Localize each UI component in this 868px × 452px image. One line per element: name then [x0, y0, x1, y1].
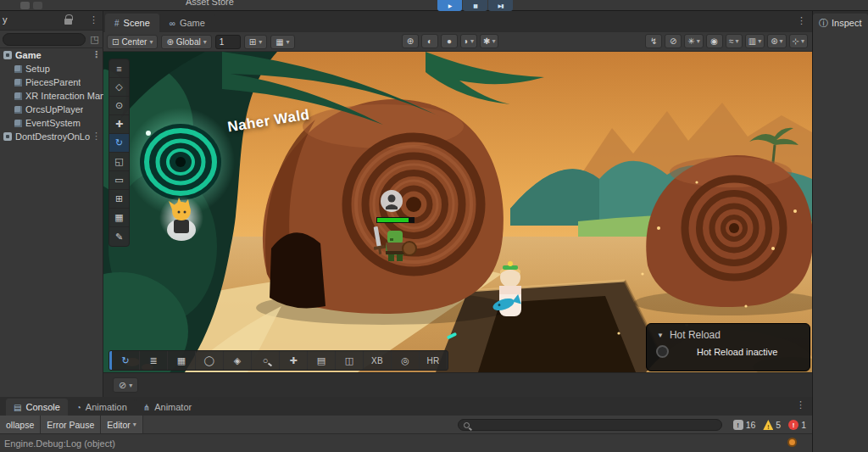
console-search-input[interactable] [473, 421, 716, 430]
move-tool-button[interactable]: ✚ [109, 115, 129, 134]
console-log-row[interactable]: Engine.Debug:Log (object) [0, 434, 812, 452]
hr-button[interactable]: HR [420, 351, 448, 370]
editor-label: Editor [107, 420, 130, 430]
tab-animator[interactable]: ⋔ Animator [136, 399, 199, 416]
debug-mode-dropdown[interactable]: ⊘ ▾ [113, 377, 138, 393]
collapse-button[interactable]: ollapse [0, 416, 41, 433]
hierarchy-tab-label[interactable]: y [3, 14, 8, 25]
hierarchy-tree: Game ⋮ Setup PiecesParent XR Interaction… [0, 48, 103, 143]
item-label: PiecesParent [25, 77, 81, 87]
hierarchy-item-eventsystem[interactable]: EventSystem [0, 116, 103, 130]
tool-handle-rotation-dropdown[interactable]: ⊕ Global ▾ [161, 35, 211, 49]
gameobject-icon [14, 92, 22, 100]
custom-tool-button[interactable]: ✎ [109, 227, 129, 246]
console-search[interactable] [458, 419, 722, 431]
hierarchy-item-orcsupplayer[interactable]: OrcsUpPlayer [0, 103, 103, 116]
error-filter-badge[interactable]: ! 1 [788, 420, 806, 430]
shaded-mode-icon[interactable]: ⊕ [402, 34, 419, 48]
toolbar-icon[interactable] [20, 2, 30, 9]
lighting-off-icon[interactable]: ↯ [645, 34, 662, 48]
hot-reload-header[interactable]: ▼ Hot Reload [647, 324, 810, 341]
play-icon: ▶ [448, 3, 452, 8]
tab-scene[interactable]: # Scene [105, 14, 159, 32]
scene-overlay-toolbar: ↻ ≣ ▦ ◯ ◈ ○ ✚ ▤ ◫ XB ◎ HR [108, 350, 448, 371]
sphere-icon[interactable]: ◯ [196, 351, 224, 370]
rotate-tool-button[interactable]: ↻ [109, 134, 129, 153]
hierarchy-panel: y ⋮ ◳ Game ⋮ Setup PiecesParent [0, 11, 103, 397]
hierarchy-item-piecesparent[interactable]: PiecesParent [0, 75, 103, 89]
tool-handle-pivot-dropdown[interactable]: ⊡ Center ▾ [107, 35, 158, 49]
transform-tool-button[interactable]: ⊞ [109, 190, 129, 209]
tab-inspector[interactable]: ⓘ Inspect [813, 14, 868, 32]
warning-icon: ! [763, 420, 773, 430]
glyph: ◫ [345, 355, 353, 366]
play-button[interactable]: ▶ [437, 0, 462, 11]
search-icon [464, 422, 470, 428]
tab-game[interactable]: ∞ Game [160, 14, 214, 32]
scene-view-panel: # Scene ∞ Game ⋮ ⊡ Center ▾ ⊕ Global ▾ ⊞ [103, 11, 812, 397]
hierarchy-scene-row-dontdestroyonload[interactable]: DontDestroyOnLo ⋮ [0, 130, 103, 143]
lock-icon[interactable] [64, 19, 72, 25]
audio-toggle-icon[interactable]: ● [441, 34, 458, 48]
view-tool-button[interactable]: ◇ [109, 78, 129, 97]
error-pause-button[interactable]: Error Pause [41, 416, 101, 433]
step-button[interactable]: ▶▮ [488, 0, 513, 11]
scene-visibility-eye-icon[interactable]: ◉ [706, 34, 723, 48]
effects-dropdown[interactable]: ◗▾ [460, 34, 477, 48]
overlays-menu-icon[interactable]: ≡ [109, 59, 129, 78]
tools-overlay: ≡ ◇ ⊙ ✚ ↻ ◱ ▭ ⊞ ▦ ✎ [108, 59, 130, 247]
overlays-dropdown[interactable]: ≈▾ [726, 34, 743, 48]
snap-increment-dropdown[interactable]: ⊞ ▾ [244, 35, 267, 49]
refresh-icon[interactable]: ↻ [112, 351, 140, 370]
grid-size-field[interactable] [215, 35, 241, 49]
hierarchy-search-input[interactable] [3, 33, 86, 46]
kebab-menu-icon[interactable]: ⋮ [92, 49, 101, 60]
effects-visibility-dropdown[interactable]: ✳▾ [684, 34, 703, 48]
camera-settings-dropdown[interactable]: ⊛▾ [767, 34, 786, 48]
kebab-menu-icon[interactable]: ⋮ [92, 131, 101, 142]
lighting-toggle-icon[interactable]: ◐ [421, 34, 438, 48]
tab-label: Console [25, 402, 59, 412]
tab-label: Game [180, 18, 205, 28]
kebab-menu-icon[interactable]: ⋮ [89, 14, 98, 25]
search-picker-icon[interactable]: ◳ [88, 34, 101, 45]
step-icon: ▶▮ [498, 3, 504, 8]
error-count: 1 [801, 420, 806, 430]
move-icon[interactable]: ✚ [280, 351, 308, 370]
hierarchy-item-xr-interaction-manager[interactable]: XR Interaction Man [0, 89, 103, 103]
panel-icon[interactable]: ▤ [308, 351, 336, 370]
play-controls: ▶ ▮▮ ▶▮ [437, 0, 513, 11]
layers-icon[interactable]: ◈ [224, 351, 252, 370]
grid-snap-tool-button[interactable]: ▦ [109, 209, 129, 227]
grid-icon[interactable]: ▦ [168, 351, 196, 370]
pause-button[interactable]: ▮▮ [463, 0, 487, 11]
gameobject-icon [14, 79, 22, 86]
info-filter-badge[interactable]: ! 16 [733, 420, 756, 430]
toolbar-icon[interactable] [33, 2, 42, 9]
gizmos-dropdown[interactable]: ⊹▾ [789, 34, 808, 48]
warning-filter-badge[interactable]: ! 5 [763, 420, 781, 430]
kebab-menu-icon[interactable]: ⋮ [797, 15, 806, 26]
layout-columns-dropdown[interactable]: ▥▾ [745, 34, 765, 48]
hierarchy-scene-row[interactable]: Game ⋮ [0, 48, 103, 62]
compass-icon[interactable]: ◎ [392, 351, 420, 370]
tab-animation[interactable]: ◔ Animation [69, 399, 135, 416]
hierarchy-item-setup[interactable]: Setup [0, 62, 103, 75]
xb-button[interactable]: XB [364, 351, 392, 370]
scene-viewport[interactable]: Naher Wald ≡ ◇ ⊙ ✚ ↻ ◱ ▭ ⊞ ▦ ✎ ↻ ≣ ▦ ◯ ◈… [103, 52, 812, 372]
scale-tool-button[interactable]: ◱ [109, 153, 129, 171]
stats-icon[interactable]: ≣ [140, 351, 168, 370]
asset-store-tab[interactable]: Asset Store [186, 0, 234, 7]
hand-tool-button[interactable]: ⊙ [109, 97, 129, 115]
frames-icon[interactable]: ◫ [336, 351, 364, 370]
grid-visibility-dropdown[interactable]: ▦ ▾ [270, 35, 294, 49]
gameobject-icon [14, 65, 22, 73]
rect-tool-button[interactable]: ▭ [109, 171, 129, 190]
kebab-menu-icon[interactable]: ⋮ [796, 399, 805, 410]
tab-console[interactable]: ▤ Console [6, 399, 68, 416]
fx-dropdown[interactable]: ✱▾ [480, 34, 498, 48]
search-icon[interactable]: ○ [252, 351, 280, 370]
mute-icon[interactable]: ⊘ [665, 34, 682, 48]
item-label: OrcsUpPlayer [25, 104, 83, 114]
editor-dropdown[interactable]: Editor ▾ [101, 416, 142, 433]
